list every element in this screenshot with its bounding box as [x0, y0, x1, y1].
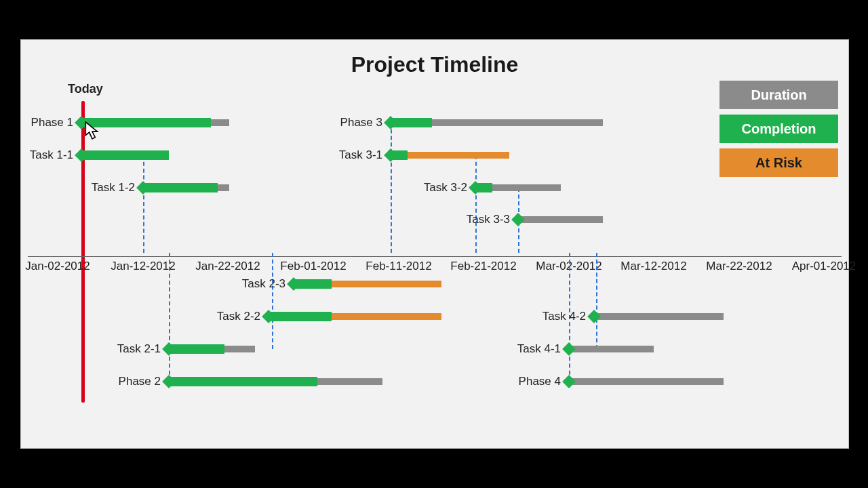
- task-completion-bar-10: [169, 377, 317, 386]
- axis-tick-4: Feb-11-2012: [366, 260, 431, 273]
- dependency-line-3: [391, 123, 392, 253]
- axis-tick-1: Jan-12-2012: [111, 260, 175, 273]
- task-label-4: Task 3-1: [339, 148, 387, 162]
- dependency-line-2: [272, 253, 273, 349]
- task-label-10: Phase 2: [119, 375, 165, 388]
- task-label-2: Task 1-2: [92, 181, 139, 195]
- axis-tick-2: Jan-22-2012: [195, 260, 260, 273]
- task-label-6: Task 3-3: [467, 213, 514, 226]
- task-label-11: Task 4-2: [542, 310, 590, 323]
- today-line: [81, 101, 85, 403]
- task-completion-bar-1: [81, 150, 169, 160]
- chart-title: Project Timeline: [21, 52, 848, 77]
- legend-duration-button[interactable]: Duration: [719, 81, 838, 109]
- task-label-8: Task 2-2: [217, 310, 264, 323]
- task-label-13: Phase 4: [519, 375, 565, 388]
- task-duration-bar-13: [569, 378, 724, 385]
- task-completion-bar-9: [169, 344, 224, 354]
- dependency-line-1: [169, 253, 170, 382]
- task-label-12: Task 4-1: [517, 342, 565, 356]
- task-completion-bar-8: [269, 312, 332, 321]
- task-completion-bar-2: [143, 183, 218, 192]
- axis-tick-7: Mar-12-2012: [620, 260, 686, 273]
- task-risk-bar-4: [408, 152, 509, 159]
- legend-at-risk-button[interactable]: At Risk: [719, 148, 838, 177]
- task-risk-bar-7: [332, 281, 441, 287]
- task-completion-bar-0: [81, 118, 211, 127]
- legend-completion-button[interactable]: Completion: [719, 115, 838, 143]
- axis-tick-9: Apr-01-2012: [792, 260, 856, 273]
- axis-line: [28, 256, 842, 257]
- axis-tick-5: Feb-21-2012: [450, 260, 516, 273]
- task-label-9: Task 2-1: [117, 342, 165, 356]
- axis-tick-3: Feb-01-2012: [280, 260, 346, 273]
- task-risk-bar-8: [332, 313, 441, 320]
- axis-tick-8: Mar-22-2012: [706, 260, 772, 273]
- task-label-3: Phase 3: [340, 116, 387, 129]
- dependency-line-4: [475, 155, 477, 253]
- task-duration-bar-11: [594, 313, 724, 320]
- dependency-line-7: [596, 253, 597, 349]
- task-label-0: Phase 1: [31, 116, 77, 129]
- task-duration-bar-6: [518, 216, 603, 223]
- chart-frame: Project Timeline Duration Completion At …: [20, 39, 849, 449]
- task-label-5: Task 3-2: [424, 181, 471, 195]
- today-label: Today: [68, 82, 103, 96]
- axis-tick-0: Jan-02-2012: [25, 260, 90, 273]
- dependency-line-0: [143, 155, 144, 253]
- task-label-7: Task 2-3: [242, 277, 290, 291]
- task-label-1: Task 1-1: [30, 148, 77, 162]
- task-duration-bar-12: [569, 346, 654, 352]
